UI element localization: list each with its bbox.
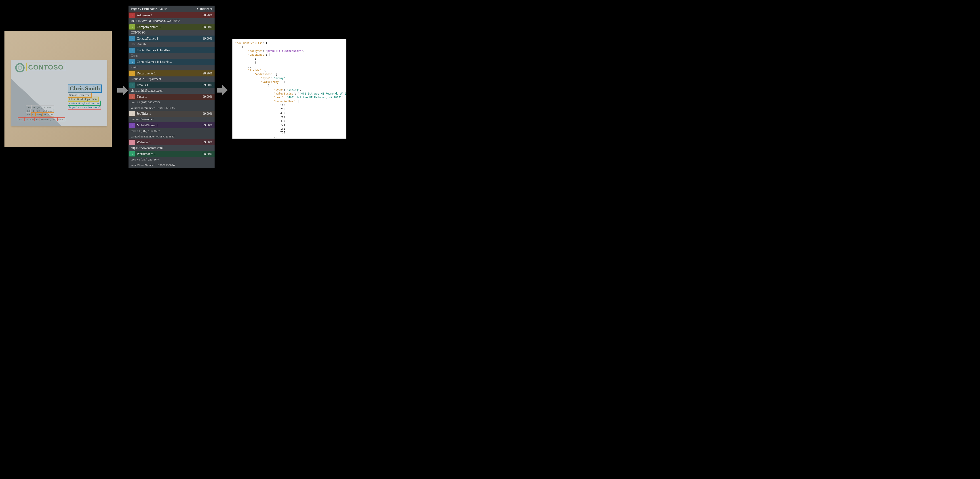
address-token: Redmond, bbox=[40, 118, 52, 121]
phone-token: Fax bbox=[26, 113, 31, 116]
business-card: CONTOSO Chris Smith Senior Researcher Cl… bbox=[11, 60, 107, 126]
field-name: Addresses 1 bbox=[137, 14, 203, 17]
field-name: ContactNames 1: LastNa... bbox=[137, 60, 212, 64]
field-row[interactable]: 1CompanyNames 198.60% bbox=[129, 24, 215, 30]
page-chip: 1 bbox=[129, 24, 135, 30]
field-name: Faxes 1 bbox=[137, 95, 203, 98]
field-row[interactable]: 1MobilePhones 199.50% bbox=[129, 122, 215, 128]
page-chip: 1 bbox=[129, 83, 135, 88]
phone-token: +1 bbox=[31, 109, 35, 113]
field-row[interactable]: 1Addresses 198.70% bbox=[129, 12, 215, 18]
business-card-photo: CONTOSO Chris Smith Senior Researcher Cl… bbox=[5, 31, 112, 147]
page-chip: 1 bbox=[129, 123, 135, 128]
field-row[interactable]: 1Faxes 199.00% bbox=[129, 94, 215, 100]
field-value: valuePhoneNumber: +19873126745 bbox=[129, 105, 215, 111]
page-chip: 1 bbox=[129, 59, 135, 64]
field-name: CompanyNames 1 bbox=[137, 25, 203, 29]
confidence-value: 98.70% bbox=[203, 14, 215, 17]
header-left: Page # / Field name / Value bbox=[131, 7, 167, 11]
address-block: 40011stAveNERedmond,WA98052 bbox=[18, 118, 65, 121]
website: https://www.contoso.com/ bbox=[68, 105, 100, 109]
field-name: ContactNames 1: FirstNa... bbox=[137, 48, 212, 52]
confidence-value: 99.00% bbox=[203, 37, 215, 40]
field-value: text: +1 (987) 213-5674 bbox=[129, 157, 215, 162]
confidence-value: 99.50% bbox=[203, 124, 215, 127]
arrow-right-icon bbox=[217, 84, 228, 96]
phone-token: (987) bbox=[35, 109, 42, 113]
field-name: Websites 1 bbox=[137, 141, 203, 144]
results-header: Page # / Field name / Value Confidence bbox=[129, 6, 215, 12]
field-row[interactable]: 1ContactNames 1: LastNa... bbox=[129, 59, 215, 65]
field-name: MobilePhones 1 bbox=[137, 124, 203, 127]
page-chip: 1 bbox=[129, 36, 135, 41]
job-title: Senior Researcher bbox=[68, 93, 91, 97]
field-name: JobTitles 1 bbox=[137, 112, 203, 115]
company-name: CONTOSO bbox=[27, 63, 65, 71]
field-row[interactable]: 1WorkPhones 198.50% bbox=[129, 151, 215, 157]
field-value: chris.smith@contoso.com bbox=[129, 88, 215, 94]
confidence-value: 98.60% bbox=[203, 25, 215, 29]
confidence-value: 98.90% bbox=[203, 72, 215, 75]
phone-token: +1 bbox=[32, 105, 36, 109]
field-name: ContactNames 1 bbox=[137, 37, 203, 40]
page-chip: 1 bbox=[129, 13, 135, 18]
field-value: Chris bbox=[129, 53, 215, 59]
page-chip: 1 bbox=[129, 71, 135, 76]
field-value: text: +1 (987) 312-6745 bbox=[129, 100, 215, 105]
field-row[interactable]: 1ContactNames 1: FirstNa... bbox=[129, 47, 215, 53]
field-value: 4001 1st Ave NE Redmond, WA 98052 bbox=[129, 18, 215, 24]
results-table: Page # / Field name / Value Confidence 1… bbox=[129, 6, 215, 168]
phone-token: Cell bbox=[26, 105, 31, 109]
phone-token: Tel bbox=[26, 109, 30, 113]
field-row[interactable]: 1Emails 199.00% bbox=[129, 82, 215, 88]
confidence-value: 99.00% bbox=[203, 141, 215, 144]
header-right: Confidence bbox=[197, 7, 212, 11]
confidence-value: 98.50% bbox=[203, 153, 215, 156]
field-row[interactable]: 1ContactNames 199.00% bbox=[129, 35, 215, 41]
json-output: "documentResults": [ { "docType": "prebu… bbox=[232, 39, 347, 138]
phone-token: 213-5674 bbox=[42, 109, 53, 113]
field-name: WorkPhones 1 bbox=[137, 152, 203, 156]
contact-name: Chris Smith bbox=[68, 85, 101, 92]
phone-token: +1 bbox=[32, 113, 35, 116]
address-token: 98052 bbox=[58, 118, 65, 121]
field-row[interactable]: 1Websites 199.00% bbox=[129, 139, 215, 145]
field-name: Emails 1 bbox=[137, 83, 203, 87]
page-chip: 1 bbox=[129, 151, 135, 156]
confidence-value: 99.00% bbox=[203, 95, 215, 98]
field-name: Departments 1 bbox=[137, 72, 203, 75]
field-value: text: +1 (987) 123-4567 bbox=[129, 128, 215, 134]
phone-token: (987) bbox=[36, 105, 43, 109]
address-token: 1st bbox=[25, 118, 29, 121]
page-chip: 1 bbox=[129, 140, 135, 145]
field-value: valuePhoneNumber: +19872135674 bbox=[129, 162, 215, 168]
phone-token: 123-4567 bbox=[43, 105, 54, 109]
field-row[interactable]: 1JobTitles 199.00% bbox=[129, 111, 215, 117]
field-value: Cloud & AI Department bbox=[129, 76, 215, 82]
field-row[interactable]: 1Departments 198.90% bbox=[129, 70, 215, 76]
field-value: CONTOSO bbox=[129, 30, 215, 35]
address-token: 4001 bbox=[18, 118, 24, 121]
address-token: WA bbox=[52, 118, 57, 121]
department: Cloud & AI Department bbox=[68, 97, 98, 101]
page-chip: 1 bbox=[129, 94, 135, 99]
field-value: Chris Smith bbox=[129, 41, 215, 47]
confidence-value: 99.00% bbox=[203, 112, 215, 115]
arrow-right-icon bbox=[117, 84, 128, 96]
confidence-value: 99.00% bbox=[203, 84, 215, 87]
field-value: https://www.contoso.com/ bbox=[129, 145, 215, 151]
address-token: NE bbox=[35, 118, 40, 121]
page-chip: 1 bbox=[129, 48, 135, 53]
page-chip: 1 bbox=[129, 111, 135, 116]
phone-block: Cell+1(987)123-4567Tel+1(987)213-5674Fax… bbox=[26, 105, 54, 116]
logo-icon bbox=[15, 63, 25, 72]
phone-token: (987) bbox=[36, 113, 43, 116]
address-token: Ave bbox=[29, 118, 35, 121]
field-value: valuePhoneNumber: +19871234567 bbox=[129, 134, 215, 140]
phone-token: 312-6745 bbox=[43, 113, 54, 116]
email: chris.smith@contoso.com bbox=[68, 101, 100, 105]
field-value: Senior Researcher bbox=[129, 117, 215, 122]
field-value: Smith bbox=[129, 65, 215, 70]
